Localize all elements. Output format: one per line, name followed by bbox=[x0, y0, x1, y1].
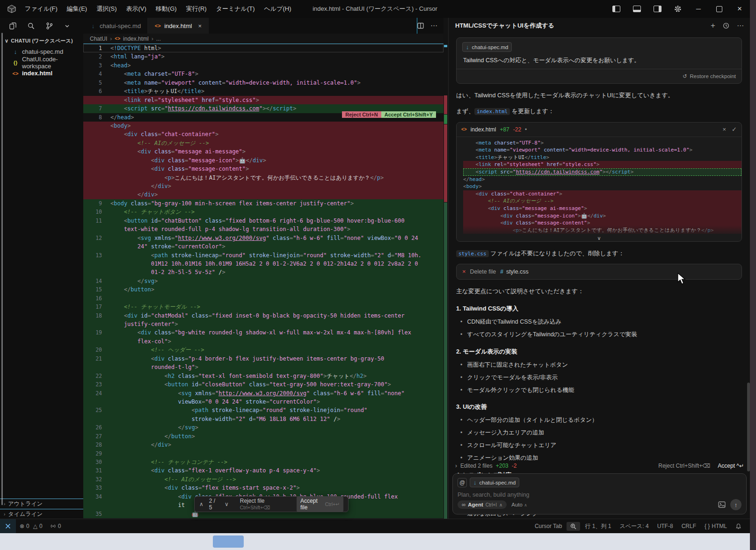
code-line[interactable]: 28 </div> bbox=[83, 441, 443, 449]
context-file-chip[interactable]: ↓ chatui-spec.md bbox=[470, 478, 519, 487]
history-icon[interactable] bbox=[723, 22, 729, 29]
windows-taskbar[interactable] bbox=[0, 533, 750, 550]
code-line[interactable]: 33 <div class="flex items-start space-x-… bbox=[83, 484, 443, 492]
code-line[interactable]: text-white rounded-full p-4 shadow-lg tr… bbox=[83, 225, 443, 233]
minimize-button[interactable]: ─ bbox=[688, 0, 709, 18]
code-line[interactable]: <p>こんにちは！AIアシスタントです。何かお手伝いできることはありますか？</… bbox=[83, 174, 443, 182]
code-line[interactable]: stroke-width="2" d="M6 18L18 6M6 6l12 12… bbox=[83, 415, 443, 423]
chevron-right-icon[interactable]: › bbox=[455, 463, 457, 469]
code-line[interactable]: 31 <div class="flex-1 overflow-y-auto p-… bbox=[83, 466, 443, 475]
code-line[interactable]: 10 <!-- チャットボタン --> bbox=[83, 208, 443, 216]
toggle-bottom-panel-button[interactable] bbox=[626, 0, 647, 18]
chat-input[interactable]: @ ↓ chatui-spec.md Plan, search, build a… bbox=[452, 473, 747, 514]
context-file-chip[interactable]: ↓ chatui-spec.md bbox=[462, 42, 512, 52]
code-line[interactable]: <div class="chat-container"> bbox=[83, 130, 443, 138]
settings-gear-icon[interactable] bbox=[668, 0, 688, 18]
taskbar-app-highlight[interactable] bbox=[213, 536, 244, 548]
close-tab-icon[interactable]: × bbox=[198, 22, 202, 29]
code-line[interactable]: 18 <div id="chatModal" class="fixed inse… bbox=[83, 311, 443, 320]
code-line[interactable]: 4 <meta charset="UTF-8"> bbox=[83, 70, 443, 78]
new-chat-icon[interactable]: + bbox=[711, 21, 715, 30]
code-line[interactable]: <!-- AIのメッセージ --> bbox=[83, 139, 443, 147]
file-tree-item[interactable]: {}ChatUI.code-workspace bbox=[0, 57, 83, 68]
code-line[interactable]: </div> bbox=[83, 190, 443, 199]
ports-indicator[interactable]: 0 bbox=[46, 523, 65, 529]
code-line[interactable]: 24" stroke="currentColor"> bbox=[83, 242, 443, 251]
code-line[interactable]: 26 </svg> bbox=[83, 423, 443, 432]
diff-file-name[interactable]: index.html bbox=[471, 126, 496, 133]
menu-item[interactable]: 移動(G) bbox=[152, 3, 181, 15]
sidebar-section-outline[interactable]: › アウトライン bbox=[0, 499, 83, 509]
code-line[interactable]: <body> bbox=[83, 122, 443, 130]
code-line[interactable]: 15 </button> bbox=[83, 285, 443, 294]
breadcrumb-file[interactable]: index.html bbox=[123, 36, 149, 42]
language-mode[interactable]: { }HTML bbox=[701, 523, 731, 529]
maximize-button[interactable] bbox=[709, 0, 729, 18]
code-line[interactable]: 29 bbox=[83, 449, 443, 458]
remote-indicator[interactable] bbox=[0, 519, 16, 533]
reject-all-button[interactable]: Reject Ctrl+Shift+⌫ bbox=[658, 463, 710, 469]
restore-checkpoint-button[interactable]: Restore checkpoint bbox=[690, 73, 736, 79]
code-line[interactable]: 11 <button id="chatButton" class="fixed … bbox=[83, 217, 443, 225]
edited-files-label[interactable]: Edited 2 files bbox=[460, 463, 493, 469]
cursor-tab-indicator[interactable]: Cursor Tab bbox=[531, 523, 566, 529]
user-message-card[interactable]: ↓ chatui-spec.md Tailwind CSSへの対応と、モーダル表… bbox=[456, 37, 742, 84]
chat-input-placeholder[interactable]: Plan, search, build anything bbox=[458, 492, 741, 498]
code-line[interactable]: flex-col"> bbox=[83, 337, 443, 346]
code-line[interactable]: <div class="message ai-message"> bbox=[83, 147, 443, 156]
code-line[interactable]: 22 <h2 class="text-xl font-semibold text… bbox=[83, 372, 443, 380]
reject-file-button[interactable]: Reject file Ctrl+Shift+⌫ bbox=[240, 498, 291, 511]
workspace-header[interactable]: ∨ CHATUI (ワークスペース) bbox=[0, 34, 83, 46]
code-line[interactable]: <link rel="stylesheet" href="style.css"> bbox=[83, 96, 443, 104]
breadcrumb-symbol[interactable]: ... bbox=[156, 36, 161, 42]
editor-tab[interactable]: <>index.html× bbox=[148, 18, 209, 34]
menu-item[interactable]: 表示(V) bbox=[122, 3, 151, 15]
chevron-down-icon[interactable] bbox=[64, 23, 70, 29]
accept-file-button[interactable]: Accept fileCtrl+↵ bbox=[297, 496, 343, 512]
notifications-bell-icon[interactable] bbox=[732, 523, 745, 529]
code-line[interactable]: <div class="message-icon">🤖</div> bbox=[83, 156, 443, 165]
breadcrumb[interactable]: ChatUI › <> index.html › ... bbox=[83, 34, 443, 43]
reject-change-icon[interactable]: × bbox=[723, 126, 727, 133]
problems-indicator[interactable]: ⊗0 △0 bbox=[16, 523, 46, 529]
model-selector[interactable]: Auto ∧ bbox=[511, 502, 527, 507]
explorer-copy-icon[interactable] bbox=[9, 22, 16, 29]
inline-reject-button[interactable]: Reject Ctrl+N bbox=[342, 111, 381, 118]
code-line[interactable]: 01-2 2h-5l-5 5v-5z" /> bbox=[83, 268, 443, 276]
send-button[interactable]: ↑ bbox=[730, 499, 741, 510]
code-line[interactable]: 6 <title>チャットUI</title> bbox=[83, 87, 443, 95]
code-line[interactable]: 25 <path stroke-linecap="round" stroke-l… bbox=[83, 406, 443, 414]
accept-all-button[interactable]: Accept ^↵ bbox=[718, 463, 744, 469]
code-line[interactable]: rounded-t-lg"> bbox=[83, 363, 443, 371]
menu-item[interactable]: ヘルプ(H) bbox=[260, 3, 296, 15]
sidebar-section-timeline[interactable]: › タイムライン bbox=[0, 509, 83, 519]
code-line[interactable]: 17 <!-- チャットモーダル --> bbox=[83, 303, 443, 311]
menu-item[interactable]: ファイル(F) bbox=[21, 3, 62, 15]
overview-ruler[interactable] bbox=[443, 18, 448, 519]
close-button[interactable]: × bbox=[729, 0, 750, 18]
split-editor-icon[interactable] bbox=[417, 22, 424, 29]
more-options-icon[interactable]: ⋯ bbox=[737, 22, 744, 30]
code-line[interactable]: 24 <svg xmlns="http://www.w3.org/2000/sv… bbox=[83, 389, 443, 398]
code-line[interactable]: 1<!DOCTYPE html> bbox=[83, 44, 443, 52]
encoding[interactable]: UTF-8 bbox=[654, 523, 677, 529]
code-line[interactable]: </div> bbox=[83, 182, 443, 190]
indentation[interactable]: スペース: 4 bbox=[616, 522, 652, 530]
next-diff-icon[interactable]: ∨ bbox=[225, 501, 229, 507]
code-line[interactable]: justify-center"> bbox=[83, 320, 443, 328]
code-line[interactable]: 19 <div class="bg-white rounded-lg shado… bbox=[83, 328, 443, 337]
menu-item[interactable]: 実行(R) bbox=[182, 3, 211, 15]
code-line[interactable]: 2<html lang="ja"> bbox=[83, 52, 443, 61]
breadcrumb-folder[interactable]: ChatUI bbox=[90, 36, 107, 42]
code-line[interactable]: 32 <!-- AIのメッセージ --> bbox=[83, 475, 443, 484]
expand-code-icon[interactable]: ∨ bbox=[597, 235, 601, 241]
delete-file-card[interactable]: × Delete file #style.css bbox=[456, 264, 742, 280]
screencast-zoom-button[interactable] bbox=[567, 522, 580, 531]
code-line[interactable]: 23 <button id="closeButton" class="text-… bbox=[83, 380, 443, 389]
add-context-button[interactable]: @ bbox=[458, 478, 467, 487]
code-editor[interactable]: 1<!DOCTYPE html>2<html lang="ja">3<head>… bbox=[83, 43, 443, 520]
code-line[interactable]: 21 <div class="p-4 border-b flex justify… bbox=[83, 355, 443, 363]
prev-diff-icon[interactable]: ∧ bbox=[199, 501, 204, 507]
search-icon[interactable] bbox=[28, 22, 35, 29]
inline-accept-button[interactable]: Accept Ctrl+Shift+Y bbox=[381, 111, 436, 118]
